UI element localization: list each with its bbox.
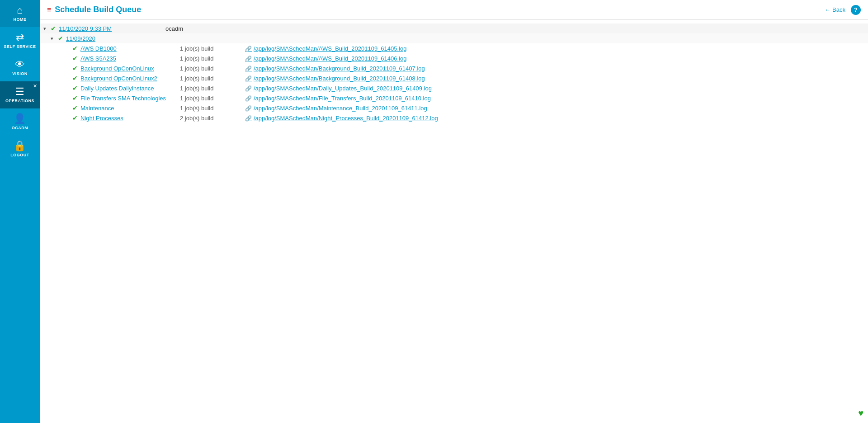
row-schedule-name[interactable]: File Transfers SMA Technologies — [80, 95, 180, 102]
back-label: Back — [832, 6, 845, 13]
sidebar-item-operations[interactable]: ✕ ☰ OPERATIONS — [0, 81, 40, 108]
status-icon-row: ✔ — [72, 114, 78, 122]
sidebar-label-logout: LOGOUT — [10, 153, 29, 157]
operations-close-icon[interactable]: ✕ — [33, 83, 38, 89]
row-log-link[interactable]: 🔗/app/log/SMASchedMan/Background_Build_2… — [245, 65, 425, 72]
table-row[interactable]: ✔ File Transfers SMA Technologies 1 job(… — [40, 93, 868, 103]
help-icon: ? — [854, 6, 858, 13]
status-icon-row: ✔ — [72, 65, 78, 72]
row-log-link[interactable]: 🔗/app/log/SMASchedMan/Background_Build_2… — [245, 75, 425, 82]
table-row[interactable]: ✔ AWS S5A235 1 job(s) build 🔗/app/log/SM… — [40, 53, 868, 63]
row-log-link[interactable]: 🔗/app/log/SMASchedMan/AWS_Build_20201109… — [245, 45, 406, 52]
sidebar-item-vision[interactable]: 👁 VISION — [0, 54, 40, 81]
row-schedule-name[interactable]: Background OpConOnLinux — [80, 65, 180, 72]
self-service-icon: ⇄ — [16, 33, 24, 42]
header-actions: ← Back ? — [825, 5, 861, 15]
link-icon: 🔗 — [245, 66, 252, 72]
header-menu-icon: ≡ — [47, 6, 51, 14]
tree-rows-container: ✔ AWS DB1000 1 job(s) build 🔗/app/log/SM… — [40, 43, 868, 123]
row-job-info: 1 job(s) build — [180, 95, 234, 102]
link-icon: 🔗 — [245, 56, 252, 62]
row-name-level0[interactable]: 11/10/2020 9:33 PM — [59, 25, 158, 32]
row-schedule-name[interactable]: Night Processes — [80, 115, 180, 122]
row-job-info: 1 job(s) build — [180, 55, 234, 62]
page-title: Schedule Build Queue — [55, 5, 141, 14]
lock-icon: 🔒 — [14, 141, 26, 151]
link-icon: 🔗 — [245, 115, 252, 122]
row-job-info: 1 job(s) build — [180, 45, 234, 52]
row-name-level1[interactable]: 11/09/2020 — [66, 35, 165, 42]
page-header: ≡ Schedule Build Queue ← Back ? — [40, 0, 868, 20]
link-icon: 🔗 — [245, 95, 252, 102]
table-row[interactable]: ✔ Background OpConOnLinux 1 job(s) build… — [40, 63, 868, 73]
table-row[interactable]: ✔ Daily Updates DailyInstance 1 job(s) b… — [40, 83, 868, 93]
row-log-link[interactable]: 🔗/app/log/SMASchedMan/AWS_Build_20201109… — [245, 55, 406, 62]
expand-icon-level0: ▾ — [43, 26, 49, 32]
row-schedule-name[interactable]: Background OpConOnLinux2 — [80, 75, 180, 82]
back-button[interactable]: ← Back — [825, 6, 845, 13]
home-icon: ⌂ — [17, 5, 23, 15]
row-schedule-name[interactable]: Maintenance — [80, 105, 180, 112]
tree-content: ▾ ✔ 11/10/2020 9:33 PM ocadm ▾ ✔ 11/09/2… — [40, 20, 868, 423]
sidebar: ⌂ HOME ⇄ SELF SERVICE 👁 VISION ✕ ☰ OPERA… — [0, 0, 40, 423]
sidebar-label-ocadm: OCADM — [12, 126, 28, 130]
link-icon: 🔗 — [245, 75, 252, 82]
sidebar-label-self-service: SELF SERVICE — [4, 44, 36, 49]
tree-row-level0[interactable]: ▾ ✔ 11/10/2020 9:33 PM ocadm — [40, 24, 868, 33]
sidebar-label-home: HOME — [14, 17, 27, 22]
sidebar-item-ocadm[interactable]: 👤 OCADM — [0, 108, 40, 136]
sidebar-label-vision: VISION — [12, 71, 28, 76]
status-icon-level1: ✔ — [58, 35, 63, 42]
row-job-info: 2 job(s) build — [180, 115, 234, 122]
row-job-info: 1 job(s) build — [180, 85, 234, 92]
row-schedule-name[interactable]: Daily Updates DailyInstance — [80, 85, 180, 92]
link-icon: 🔗 — [245, 85, 252, 92]
sidebar-item-logout[interactable]: 🔒 LOGOUT — [0, 136, 40, 163]
help-button[interactable]: ? — [851, 5, 861, 15]
status-icon-row: ✔ — [72, 104, 78, 112]
expand-icon-level1: ▾ — [51, 36, 56, 42]
status-icon-row: ✔ — [72, 94, 78, 102]
status-icon-row: ✔ — [72, 55, 78, 62]
sidebar-item-home[interactable]: ⌂ HOME — [0, 0, 40, 27]
row-schedule-name[interactable]: AWS DB1000 — [80, 45, 180, 52]
row-log-link[interactable]: 🔗/app/log/SMASchedMan/Maintenance_Build_… — [245, 105, 427, 112]
row-log-link[interactable]: 🔗/app/log/SMASchedMan/Night_Processes_Bu… — [245, 115, 438, 122]
row-log-link[interactable]: 🔗/app/log/SMASchedMan/Daily_Updates_Buil… — [245, 85, 432, 92]
table-row[interactable]: ✔ AWS DB1000 1 job(s) build 🔗/app/log/SM… — [40, 43, 868, 53]
row-job-info: 1 job(s) build — [180, 75, 234, 82]
table-row[interactable]: ✔ Background OpConOnLinux2 1 job(s) buil… — [40, 73, 868, 83]
link-icon: 🔗 — [245, 46, 252, 52]
row-job-info: 1 job(s) build — [180, 65, 234, 72]
user-icon: 👤 — [14, 114, 26, 124]
status-icon-row: ✔ — [72, 45, 78, 52]
sidebar-label-operations: OPERATIONS — [5, 99, 34, 103]
status-icon-row: ✔ — [72, 85, 78, 92]
sidebar-item-self-service[interactable]: ⇄ SELF SERVICE — [0, 27, 40, 54]
footer: ♥ — [858, 408, 863, 418]
status-icon-row: ✔ — [72, 75, 78, 82]
operations-icon: ☰ — [15, 87, 25, 97]
row-log-link[interactable]: 🔗/app/log/SMASchedMan/File_Transfers_Bui… — [245, 95, 431, 102]
link-icon: 🔗 — [245, 105, 252, 112]
table-row[interactable]: ✔ Night Processes 2 job(s) build 🔗/app/l… — [40, 113, 868, 123]
main-content: ≡ Schedule Build Queue ← Back ? ▾ ✔ 11/1… — [40, 0, 868, 423]
row-extra-level0: ocadm — [165, 25, 183, 32]
row-schedule-name[interactable]: AWS S5A235 — [80, 55, 180, 62]
back-arrow-icon: ← — [825, 6, 830, 13]
tree-row-level1[interactable]: ▾ ✔ 11/09/2020 — [40, 33, 868, 43]
vision-icon: 👁 — [15, 60, 25, 70]
status-icon-level0: ✔ — [51, 25, 56, 32]
row-job-info: 1 job(s) build — [180, 105, 234, 112]
table-row[interactable]: ✔ Maintenance 1 job(s) build 🔗/app/log/S… — [40, 103, 868, 113]
heart-icon: ♥ — [858, 408, 863, 418]
